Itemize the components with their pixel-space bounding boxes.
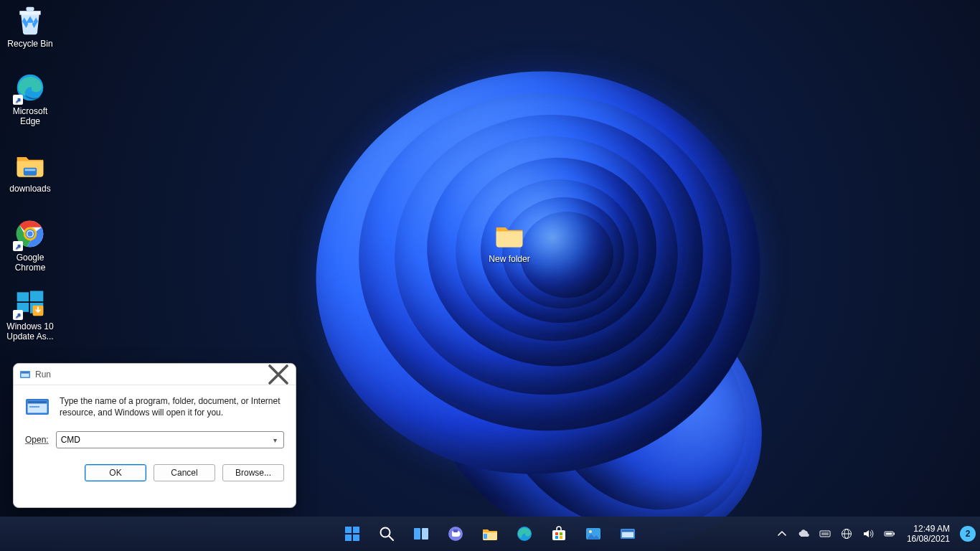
desktop-icon-label: downloads (3, 184, 57, 194)
chrome-icon: ↗ (14, 218, 46, 250)
run-open-combobox[interactable]: ▾ (56, 431, 284, 448)
recycle-bin-icon (14, 4, 46, 36)
desktop-icon-label: New folder (482, 254, 537, 264)
browse-button[interactable]: Browse... (222, 464, 284, 481)
svg-rect-52 (885, 533, 892, 535)
run-icon (619, 525, 636, 542)
svg-rect-19 (29, 406, 39, 408)
taskbar-chat-button[interactable] (440, 519, 471, 548)
edge-icon: ↗ (14, 72, 46, 103)
desktop-icon-chrome[interactable]: ↗ Google Chrome (3, 218, 57, 273)
svg-point-7 (27, 231, 32, 236)
tray-battery-button[interactable] (881, 519, 898, 548)
tray-clock[interactable]: 12:49 AM 16/08/2021 (903, 519, 954, 548)
run-open-label: Open: (25, 435, 49, 445)
tray-network-button[interactable] (838, 519, 855, 548)
store-icon (550, 525, 567, 542)
svg-rect-43 (622, 530, 633, 532)
taskbar-system-tray: 12:49 AM 16/08/2021 2 (773, 517, 980, 551)
svg-rect-37 (555, 536, 558, 539)
svg-rect-15 (22, 372, 29, 373)
desktop-icon-recycle-bin[interactable]: Recycle Bin (3, 4, 57, 49)
file-explorer-icon (481, 525, 499, 542)
svg-point-40 (589, 530, 592, 533)
chevron-up-icon (776, 528, 788, 540)
svg-rect-9 (30, 291, 43, 302)
network-icon (841, 528, 852, 540)
run-dialog-titlebar[interactable]: Run (14, 364, 296, 385)
taskbar-photos-button[interactable] (578, 519, 608, 548)
svg-rect-51 (893, 533, 895, 535)
chat-icon (447, 525, 464, 542)
svg-rect-38 (560, 536, 562, 539)
svg-rect-0 (27, 7, 34, 11)
photos-icon (585, 525, 602, 542)
run-open-input[interactable] (61, 435, 269, 445)
tray-notifications-button[interactable]: 2 (960, 526, 976, 542)
tray-clock-time: 12:49 AM (907, 524, 950, 534)
desktop-icon-label: Microsoft Edge (3, 106, 57, 126)
keyboard-icon (819, 528, 831, 540)
volume-icon (862, 528, 874, 540)
taskbar-explorer-button[interactable] (475, 519, 505, 548)
search-icon (378, 525, 395, 542)
tray-volume-button[interactable] (859, 519, 877, 548)
svg-rect-34 (552, 530, 565, 540)
svg-rect-3 (25, 169, 36, 171)
desktop-icon-label: Recycle Bin (3, 39, 57, 49)
taskview-icon (413, 525, 430, 542)
desktop-icon-label: Google Chrome (3, 253, 57, 273)
svg-rect-32 (484, 534, 487, 539)
taskbar-edge-button[interactable] (509, 519, 540, 548)
taskbar-start-button[interactable] (337, 519, 367, 548)
run-dialog-description: Type the name of a program, folder, docu… (60, 395, 284, 420)
tray-show-hidden-button[interactable] (773, 519, 791, 548)
taskbar[interactable]: 12:49 AM 16/08/2021 2 (0, 517, 980, 551)
windows-update-icon: ↗ (14, 287, 46, 319)
taskbar-center (337, 517, 643, 551)
cancel-button[interactable]: Cancel (154, 464, 215, 481)
desktop-icon-win10-update-assistant[interactable]: ↗ Windows 10 Update As... (3, 287, 57, 342)
folder-icon (494, 220, 525, 251)
taskbar-run-button[interactable] (613, 519, 643, 548)
notification-count: 2 (966, 529, 971, 539)
svg-rect-23 (353, 534, 359, 541)
svg-rect-35 (555, 532, 558, 535)
desktop-icon-edge[interactable]: ↗ Microsoft Edge (3, 72, 57, 126)
svg-rect-27 (422, 528, 428, 540)
taskbar-search-button[interactable] (372, 519, 402, 548)
desktop-icon-downloads[interactable]: downloads (3, 149, 57, 194)
folder-icon (14, 149, 46, 181)
edge-icon (516, 525, 533, 542)
svg-rect-36 (560, 532, 562, 535)
run-dialog-title-icon (19, 369, 31, 380)
tray-clock-date: 16/08/2021 (907, 534, 950, 544)
desktop-icon-new-folder[interactable]: New folder (482, 220, 537, 264)
svg-rect-8 (17, 292, 29, 301)
taskbar-store-button[interactable] (544, 519, 574, 548)
svg-rect-22 (345, 534, 352, 541)
run-dialog[interactable]: Run Type the name of a program, folder, … (13, 363, 296, 508)
tray-keyboard-button[interactable] (816, 519, 834, 548)
chevron-down-icon[interactable]: ▾ (269, 436, 281, 444)
svg-rect-31 (453, 529, 458, 532)
svg-rect-18 (28, 401, 47, 404)
ok-button[interactable]: OK (85, 464, 146, 481)
run-dialog-title: Run (35, 369, 51, 380)
svg-rect-20 (345, 527, 352, 533)
shortcut-overlay-icon: ↗ (13, 241, 23, 251)
start-icon (344, 525, 361, 542)
run-dialog-icon (25, 395, 50, 420)
shortcut-overlay-icon: ↗ (13, 310, 23, 320)
battery-icon (884, 528, 895, 540)
svg-rect-2 (24, 168, 37, 176)
svg-line-25 (389, 536, 393, 540)
onedrive-icon (798, 528, 809, 540)
svg-rect-21 (353, 527, 359, 533)
svg-rect-26 (414, 528, 420, 540)
tray-onedrive-button[interactable] (795, 519, 812, 548)
taskbar-taskview-button[interactable] (406, 519, 436, 548)
shortcut-overlay-icon: ↗ (13, 95, 23, 105)
close-icon (265, 362, 291, 387)
close-button[interactable] (265, 364, 291, 385)
